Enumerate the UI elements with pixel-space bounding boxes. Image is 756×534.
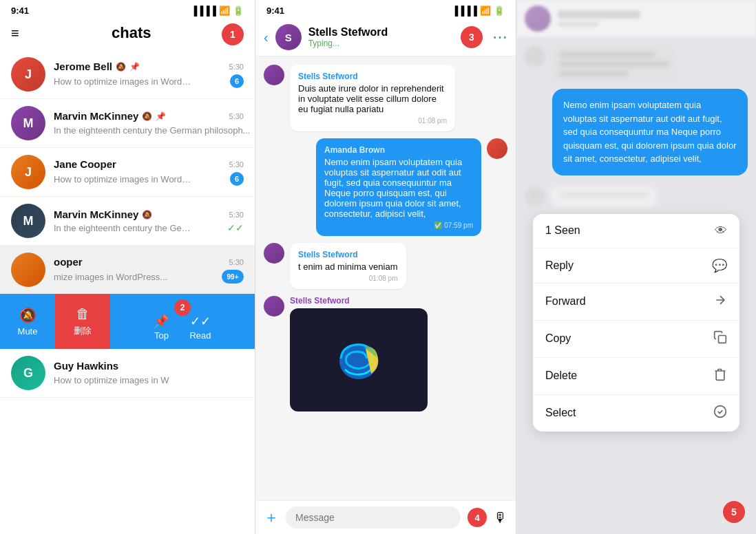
- chat-name-marvin2: Marvin McKinney 🔕: [54, 209, 152, 220]
- message-1: Stells Stefword Duis aute irure dolor in…: [264, 65, 507, 131]
- pin-icon-marvin1: 📌: [156, 111, 166, 121]
- message-input[interactable]: [286, 506, 461, 528]
- reply-label: Reply: [545, 259, 574, 272]
- mute-icon-jerome: 🔕: [116, 62, 126, 72]
- chat-item-marvin2[interactable]: M Marvin McKinney 🔕 5:30 In the eighteen…: [0, 197, 255, 246]
- time-3: 01:08 pm: [298, 275, 398, 282]
- more-options-button[interactable]: ⋯: [492, 28, 507, 46]
- text-3: t enim ad minima veniam: [298, 261, 398, 272]
- context-menu-select[interactable]: Select: [533, 395, 739, 431]
- top-read-action[interactable]: 2 📌 Top ✓✓ Read: [110, 294, 255, 349]
- read-action[interactable]: ✓✓ Read: [189, 314, 211, 341]
- chat-list: J Jerome Bell 🔕 📌 5:30 How to optimize i…: [0, 50, 255, 534]
- status-time-2: 9:41: [266, 6, 284, 16]
- context-menu-seen[interactable]: 1 Seen 👁: [533, 214, 739, 248]
- avatar-marvin2: M: [11, 204, 45, 238]
- svg-rect-1: [719, 335, 726, 343]
- battery-icon: 🔋: [233, 6, 244, 16]
- select-label: Select: [545, 407, 576, 419]
- chat-name-jerome: Jerome Bell 🔕 📌: [54, 61, 140, 72]
- read-icon: ✓✓: [190, 314, 211, 329]
- text-2: Nemo enim ipsam voluptatem quia voluptas…: [324, 157, 473, 219]
- seen-icon: 👁: [715, 224, 727, 238]
- avatar-guy: G: [11, 356, 45, 390]
- chat-item-marvin1[interactable]: M Marvin McKinney 🔕 📌 5:30 In the eighte…: [0, 99, 255, 148]
- avatar-stells-header: S: [275, 24, 302, 50]
- delete-icon: [713, 367, 727, 385]
- mute-action-button[interactable]: 🔕 Mute: [0, 294, 55, 349]
- unread-badge-jerome: 6: [230, 74, 244, 88]
- back-button[interactable]: ‹: [264, 30, 269, 45]
- mute-action-icon: 🔕: [19, 307, 36, 323]
- seen-label: 1 Seen: [545, 224, 580, 237]
- chat-item-jerome[interactable]: J Jerome Bell 🔕 📌 5:30 How to optimize i…: [0, 50, 255, 99]
- chat-preview-marvin2: In the eighteenth century the German phi…: [54, 223, 191, 233]
- avatar-blurred: [525, 6, 551, 32]
- chat-time-jane: 5:30: [229, 160, 244, 169]
- unread-badge-jane: 6: [230, 172, 244, 186]
- status-time: 9:41: [11, 6, 29, 16]
- bubble-image-4: Stells Stefword: [290, 296, 428, 412]
- menu-icon[interactable]: ≡: [11, 25, 19, 41]
- avatar-partial: [11, 253, 45, 287]
- copy-label: Copy: [545, 332, 571, 345]
- mic-button[interactable]: 🎙: [494, 510, 507, 526]
- chat-info-guy: Guy Hawkins How to optimize images in W: [54, 360, 244, 386]
- context-blue-bubble: Nemo enim ipsam voluptatem quia voluptas…: [552, 89, 748, 175]
- context-bubble-text: Nemo enim ipsam voluptatem quia voluptas…: [563, 100, 736, 164]
- context-header-blurred: [516, 0, 756, 38]
- sender-4: Stells Stefword: [290, 296, 428, 306]
- avatar-stells-msg4: [264, 296, 284, 317]
- message-input-bar: ＋ 4 🎙: [255, 500, 516, 534]
- edge-logo-svg: [331, 332, 386, 387]
- blurred-received-msg: [525, 46, 748, 82]
- status-blurred: [558, 21, 599, 27]
- pin-icon-jerome: 📌: [129, 62, 140, 72]
- delete-action-button[interactable]: 🗑 删除: [55, 294, 110, 349]
- text-1: Duis aute irure dolor in reprehenderit i…: [298, 83, 447, 114]
- chat-item-guy[interactable]: G Guy Hawkins How to optimize images in …: [0, 349, 255, 398]
- chat-time-jerome: 5:30: [229, 63, 244, 71]
- image-message-4[interactable]: [290, 308, 428, 412]
- chat-time-marvin1: 5:30: [229, 112, 244, 120]
- status-icons: ▐▐▐▐ 📶 🔋: [191, 6, 244, 16]
- top-action[interactable]: 📌 Top: [154, 314, 169, 341]
- badge-3: 3: [461, 26, 483, 48]
- message-3: Stells Stefword t enim ad minima veniam …: [264, 243, 507, 289]
- bubble-white-3: Stells Stefword t enim ad minima veniam …: [290, 243, 406, 289]
- status-bar-middle: 9:41 ▐▐▐▐ 📶 🔋: [255, 0, 516, 19]
- check-icon: ✅: [434, 222, 442, 229]
- delete-action-label: 删除: [74, 325, 92, 337]
- chat-preview-jerome: How to optimize images in WordPress for.…: [54, 76, 191, 87]
- top-label: Top: [154, 330, 169, 341]
- status-bar-left: 9:41 ▐▐▐▐ 📶 🔋: [0, 0, 255, 19]
- forward-label: Forward: [545, 295, 586, 308]
- signal-icon-2: ▐▐▐▐: [452, 6, 477, 16]
- context-messages-area: Nemo enim ipsam voluptatem quia voluptas…: [516, 38, 756, 534]
- context-menu-reply[interactable]: Reply 💬: [533, 248, 739, 284]
- chat-info-jane: Jane Cooper 5:30 How to optimize images …: [54, 158, 244, 186]
- context-menu-delete[interactable]: Delete: [533, 358, 739, 395]
- sender-3: Stells Stefword: [298, 250, 398, 259]
- chat-preview-guy: How to optimize images in W: [54, 375, 169, 385]
- chats-header: ≡ chats 1: [0, 19, 255, 50]
- chat-name-partial: ooper: [54, 256, 83, 268]
- message-2: Amanda Brown Nemo enim ipsam voluptatem …: [264, 138, 507, 236]
- context-menu-forward[interactable]: Forward: [533, 284, 739, 321]
- chat-info-marvin2: Marvin McKinney 🔕 5:30 In the eighteenth…: [54, 209, 244, 233]
- chat-time-partial: 5:30: [229, 258, 244, 266]
- add-attachment-button[interactable]: ＋: [264, 507, 279, 528]
- chat-item-partial: ooper 5:30 mize images in WordPress... 9…: [0, 246, 255, 294]
- delete-label: Delete: [545, 370, 577, 382]
- chat-name-guy: Guy Hawkins: [54, 360, 118, 372]
- sender-1: Stells Stefword: [298, 72, 447, 81]
- time-2: ✅ 07:59 pm: [324, 222, 473, 229]
- avatar-stells-msg3: [264, 243, 284, 264]
- context-panel: Nemo enim ipsam voluptatem quia voluptas…: [516, 0, 756, 534]
- notification-badge-1[interactable]: 1: [222, 23, 244, 45]
- context-menu-copy[interactable]: Copy: [533, 321, 739, 358]
- select-icon: [713, 405, 727, 422]
- chat-item-jane[interactable]: J Jane Cooper 5:30 How to optimize image…: [0, 148, 255, 197]
- chat-detail-header: ‹ S Stells Stefword Typing... 3 ⋯: [255, 19, 516, 56]
- bubble-1: Stells Stefword Duis aute irure dolor in…: [290, 65, 455, 131]
